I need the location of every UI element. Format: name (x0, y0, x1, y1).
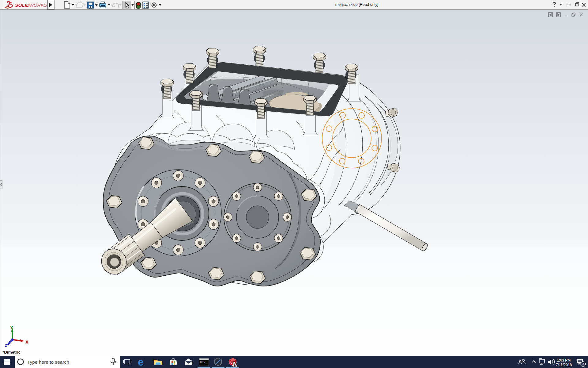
svg-text:Y: Y (10, 326, 13, 330)
svg-text:C:\_: C:\_ (200, 361, 207, 364)
svg-text:3: 3 (582, 362, 584, 366)
svg-text:7/11/2018: 7/11/2018 (556, 363, 572, 367)
svg-text:Type here to search: Type here to search (27, 359, 69, 365)
svg-text:X: X (26, 340, 28, 344)
svg-text:SOLID: SOLID (15, 2, 29, 8)
svg-text:1:03 PM: 1:03 PM (557, 358, 571, 362)
svg-text:WORKS: WORKS (29, 2, 47, 8)
svg-text:Z: Z (5, 343, 7, 348)
svg-text:2017: 2017 (232, 365, 237, 368)
svg-text:e: e (138, 356, 144, 368)
